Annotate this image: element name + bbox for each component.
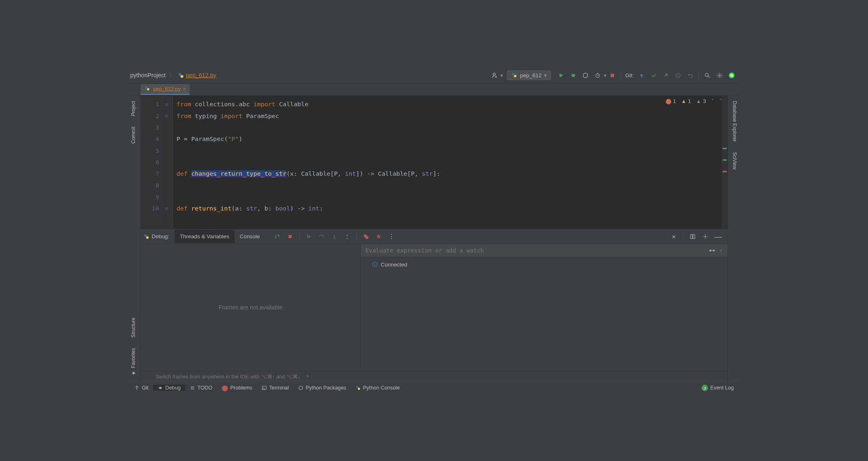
chevron-up-icon[interactable]: ˄ <box>711 98 714 105</box>
eval-placeholder: Evaluate expression or add a watch <box>365 247 484 254</box>
debug-button[interactable] <box>569 70 578 80</box>
run-button[interactable] <box>556 70 566 80</box>
status-todo[interactable]: TODO <box>185 385 217 391</box>
error-stripe[interactable] <box>722 96 727 229</box>
close-debug-icon[interactable]: × <box>669 232 679 241</box>
line-gutter[interactable]: 1 2 3 4 5 6 7 8 9 10 <box>141 96 165 229</box>
svg-point-12 <box>145 87 147 89</box>
stop-debug-icon[interactable] <box>286 232 295 241</box>
right-tool-rail: Database Explorer SciView <box>727 96 741 382</box>
tool-favorites[interactable]: ★Favorites <box>130 343 138 382</box>
vcs-update-icon[interactable] <box>637 70 647 80</box>
svg-point-19 <box>365 236 368 239</box>
vcs-rollback-icon[interactable] <box>686 70 695 80</box>
debug-title: Debug: <box>152 233 169 240</box>
rerun-icon[interactable] <box>272 232 282 241</box>
tip-bar: Switch frames from anywhere in the IDE w… <box>141 371 727 381</box>
tool-structure[interactable]: Structure <box>130 312 138 342</box>
svg-rect-16 <box>288 235 292 238</box>
run-config-label: pep_612 <box>520 72 542 78</box>
error-icon: ⬤ <box>222 384 228 391</box>
code-text[interactable]: from collections.abc import Callablefrom… <box>173 96 727 229</box>
svg-rect-21 <box>690 235 693 238</box>
status-python-console[interactable]: Python Console <box>351 385 405 391</box>
svg-point-13 <box>147 88 149 90</box>
vcs-commit-icon[interactable] <box>649 70 659 80</box>
editor-tab-active[interactable]: pep_612.py × <box>141 84 190 95</box>
layout-icon[interactable] <box>688 232 697 241</box>
svg-point-28 <box>358 387 360 389</box>
python-file-icon <box>178 72 184 78</box>
code-editor[interactable]: 1 2 3 4 5 6 7 8 9 10 ⊟ ⊟ ⊟ <box>141 96 727 229</box>
svg-point-3 <box>514 75 517 77</box>
vcs-history-icon[interactable] <box>673 70 683 80</box>
inspection-widget[interactable]: ⬤1 ▲1 ▲3 ˄ ˅ <box>666 98 722 105</box>
debug-toolbar: Debug: Threads & Variables Console <box>141 229 727 244</box>
info-icon: ⓘ <box>372 261 378 268</box>
tool-database[interactable]: Database Explorer <box>731 96 739 147</box>
status-python-packages[interactable]: Python Packages <box>293 385 351 391</box>
frames-pane[interactable]: Frames are not available <box>141 244 361 371</box>
python-icon <box>144 233 149 239</box>
profiler-button[interactable] <box>593 70 603 80</box>
tool-project[interactable]: Project <box>130 96 138 121</box>
tool-sciview[interactable]: SciView <box>731 147 739 175</box>
svg-rect-6 <box>611 74 614 77</box>
breadcrumb-file-label: pep_612.py <box>186 72 216 78</box>
left-tool-rail: Project Commit Structure ★Favorites <box>127 96 141 382</box>
editor-tabs: pep_612.py × <box>127 83 741 96</box>
status-event-log[interactable]: 3 Event Log <box>697 385 738 391</box>
step-into-icon[interactable] <box>330 232 339 241</box>
chevron-down-icon[interactable]: ▾ <box>719 247 723 254</box>
connected-label: Connected <box>381 262 407 268</box>
svg-point-27 <box>356 386 358 388</box>
status-git[interactable]: Git <box>130 385 153 391</box>
search-icon[interactable] <box>702 70 712 80</box>
breadcrumb-project[interactable]: pythonProject <box>130 72 166 78</box>
close-tip-icon[interactable]: × <box>306 374 309 380</box>
step-over-icon[interactable] <box>317 232 326 241</box>
variable-row-connected: ⓘ Connected <box>361 257 727 272</box>
add-configuration-icon[interactable] <box>490 70 499 80</box>
hide-debug-icon[interactable]: — <box>713 232 723 241</box>
debug-settings-icon[interactable] <box>701 232 710 241</box>
breadcrumb-separator: 〉 <box>169 71 175 80</box>
more-icon[interactable]: ⋮ <box>387 232 396 241</box>
status-terminal[interactable]: Terminal <box>257 385 293 391</box>
svg-point-14 <box>144 234 147 237</box>
step-out-icon[interactable] <box>342 232 352 241</box>
svg-point-5 <box>596 74 600 77</box>
python-icon <box>355 385 361 390</box>
status-problems[interactable]: ⬤ Problems <box>217 384 257 391</box>
breadcrumb-file[interactable]: pep_612.py <box>178 72 216 78</box>
weak-warning-count: 3 <box>703 98 706 104</box>
svg-rect-17 <box>307 235 308 238</box>
warning-count: 1 <box>688 98 691 104</box>
vcs-push-icon[interactable] <box>661 70 671 80</box>
svg-point-11 <box>730 74 733 77</box>
glasses-icon[interactable]: 👓 <box>708 247 716 254</box>
close-tab-icon[interactable]: × <box>183 86 186 92</box>
tool-commit[interactable]: Commit <box>130 121 138 149</box>
status-debug[interactable]: Debug <box>153 385 185 391</box>
error-icon: ⬤ <box>666 98 671 105</box>
mute-breakpoints-icon[interactable] <box>374 232 383 241</box>
debug-tab-threads[interactable]: Threads & Variables <box>175 230 234 243</box>
git-label: Git: <box>625 72 634 78</box>
stop-button[interactable] <box>607 70 617 80</box>
svg-point-23 <box>705 236 706 237</box>
variables-pane: Evaluate expression or add a watch 👓 ▾ ⓘ… <box>361 244 727 371</box>
run-configuration-select[interactable]: pep_612 ▾ <box>507 70 551 80</box>
resume-icon[interactable] <box>304 232 314 241</box>
evaluate-expression-input[interactable]: Evaluate expression or add a watch 👓 ▾ <box>361 244 727 257</box>
breadcrumbs: pythonProject 〉 pep_612.py <box>130 71 216 80</box>
fold-gutter[interactable]: ⊟ ⊟ ⊟ <box>165 96 173 229</box>
python-file-icon <box>145 86 151 92</box>
frames-empty-label: Frames are not available <box>219 304 283 311</box>
settings-icon[interactable] <box>715 70 724 80</box>
svg-point-24 <box>137 388 137 389</box>
debug-tab-console[interactable]: Console <box>234 230 265 243</box>
ide-logo-icon[interactable] <box>727 70 737 80</box>
coverage-button[interactable] <box>581 70 591 80</box>
view-breakpoints-icon[interactable] <box>361 232 371 241</box>
